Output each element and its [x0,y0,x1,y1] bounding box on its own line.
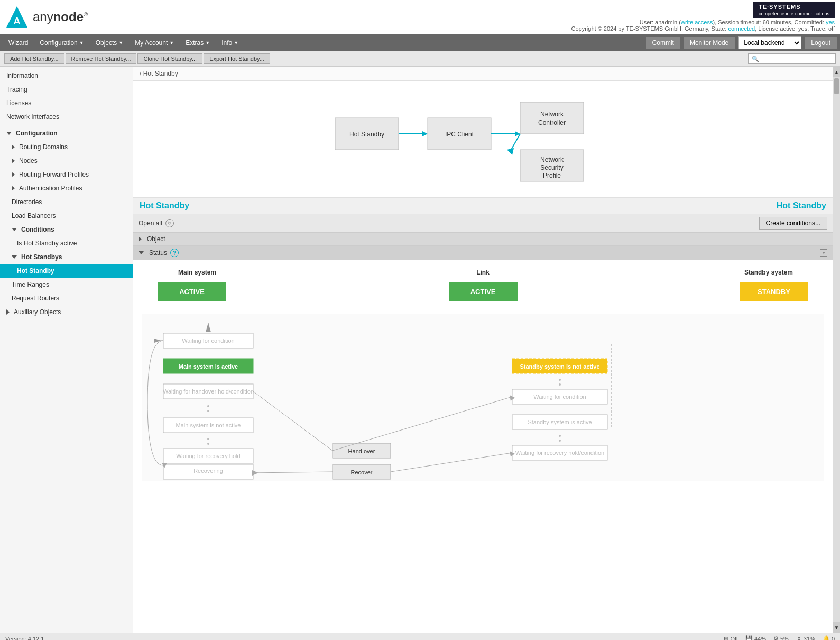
add-hot-standby-button[interactable]: Add Hot Standby... [4,53,64,64]
sidebar-item-request-routers[interactable]: Request Routers [0,291,133,305]
nav-my-account[interactable]: My Account ▼ [130,36,179,49]
svg-text:Recovering: Recovering [193,468,223,474]
scroll-thumb[interactable] [834,78,839,94]
svg-text:Hot Standby: Hot Standby [349,131,384,138]
sidebar-item-routing-domains[interactable]: Routing Domains [0,140,133,154]
sidebar-item-conditions[interactable]: Conditions [0,223,133,236]
nav-extras[interactable]: Extras ▼ [180,36,215,49]
state-link[interactable]: connected [728,25,755,32]
sidebar-item-tracing[interactable]: Tracing [0,83,133,96]
notifications-label: 0 [832,636,835,641]
refresh-icon[interactable]: ↻ [165,219,174,227]
object-row[interactable]: Object [133,233,833,246]
navbar-right: Commit Monitor Mode Local backend Logout [646,36,837,49]
top-header: A anynode® TE·SYSTEMScompetence in e-com… [0,0,840,34]
commit-button[interactable]: Commit [646,37,680,49]
svg-point-44 [559,379,561,381]
monitor-mode-button[interactable]: Monitor Mode [684,37,735,49]
export-hot-standby-button[interactable]: Export Hot Standby... [204,53,270,64]
svg-marker-5 [422,131,428,136]
svg-text:Waiting for recovery hold: Waiting for recovery hold [176,453,240,459]
sidebar-item-routing-forward-profiles[interactable]: Routing Forward Profiles [0,168,133,181]
status-info-icon[interactable]: ? [170,249,179,257]
svg-text:Standby system is active: Standby system is active [528,419,592,425]
nav-objects[interactable]: Objects ▼ [90,36,129,49]
monitor-status: 🖥 Off [723,636,737,641]
network-icon: 🖧 [796,636,802,641]
backend-select[interactable]: Local backend [738,36,801,49]
status-label: Status [149,249,167,257]
sidebar-item-time-ranges[interactable]: Time Ranges [0,278,133,291]
expand-object-icon [139,236,142,242]
logout-button[interactable]: Logout [805,37,837,49]
sidebar-item-auxiliary-objects[interactable]: Auxiliary Objects [0,305,133,319]
svg-text:Profile: Profile [542,172,560,179]
main-system-label: Main system [158,269,237,276]
svg-text:Controller: Controller [538,119,565,126]
network-label: 31% [804,636,815,641]
svg-text:Network: Network [540,156,564,163]
sidebar-item-licenses[interactable]: Licenses [0,96,133,110]
nav-configuration[interactable]: Configuration ▼ [34,36,89,49]
svg-text:Waiting for condition: Waiting for condition [182,337,234,344]
svg-line-55 [333,397,512,451]
clone-hot-standby-button[interactable]: Clone Hot Standby... [137,53,202,64]
sidebar-item-hot-standby[interactable]: Hot Standby [0,264,133,278]
navbar-left: Wizard Configuration ▼ Objects ▼ My Acco… [3,36,244,49]
svg-point-28 [207,410,209,412]
collapse-icon [12,172,15,177]
svg-text:Hand over: Hand over [348,448,375,454]
standby-system-label-col: Standby system [729,269,808,278]
notifications-status: 🔔 0 [823,635,835,640]
status-bar: Version: 4.12.1 🖥 Off 💾 44% ⚙ 5% 🖧 31% 🔔… [0,633,840,640]
collapse-icon[interactable]: ▾ [820,249,827,257]
link-connector: ACTIVE [226,282,740,301]
main-layout: Information Tracing Licenses Network Int… [0,67,840,633]
svg-text:Waiting for recovery hold/cond: Waiting for recovery hold/condition [515,450,604,456]
svg-marker-22 [206,323,211,332]
top-right-area: TE·SYSTEMScompetence in e-communications… [571,2,835,32]
status-row[interactable]: Status ? ▾ [133,246,833,260]
open-all-label: Open all [139,220,162,227]
svg-line-54 [253,391,333,451]
scroll-down-button[interactable]: ▼ [833,622,840,633]
sidebar-divider-1 [0,125,133,125]
remove-hot-standby-button[interactable]: Remove Hot Standby... [66,53,137,64]
sidebar-item-network-interfaces[interactable]: Network Interfaces [0,110,133,124]
scroll-up-button[interactable]: ▲ [833,67,840,77]
sidebar-item-information[interactable]: Information [0,69,133,83]
sidebar-item-authentication-profiles[interactable]: Authentication Profiles [0,181,133,195]
sidebar-item-hot-standbys[interactable]: Hot Standbys [0,250,133,264]
flow-diagram-svg: Hot Standby IPC Client Network Controlle… [330,92,636,187]
system-labels-row: Main system Link Standby system [142,269,824,278]
section-title-left: Hot Standby [140,201,189,211]
sidebar-item-is-hot-standby-active[interactable]: Is Hot Standby active [0,236,133,250]
link-label-col: Link [444,269,523,278]
svg-point-50 [559,435,561,437]
sidebar-item-configuration[interactable]: Configuration [0,126,133,140]
search-input[interactable] [748,53,836,64]
section-title-bar: Hot Standby Hot Standby [133,198,833,214]
svg-text:Main system is active: Main system is active [179,363,238,370]
scrollbar[interactable]: ▲ ▼ [833,67,840,633]
status-bar-right: 🖥 Off 💾 44% ⚙ 5% 🖧 31% 🔔 0 [723,635,835,640]
svg-point-45 [559,383,561,386]
link-label: Link [444,269,523,276]
object-label: Object [147,235,165,243]
state-flow-svg: Waiting for condition Main system is act… [153,323,613,471]
svg-text:Standby system is not active: Standby system is not active [520,363,600,370]
nav-info[interactable]: Info ▼ [216,36,244,49]
logo-text: anynode® [33,10,88,24]
create-conditions-button[interactable]: Create conditions... [759,217,827,230]
svg-line-59 [391,453,512,472]
svg-text:A: A [14,16,21,26]
write-access-link[interactable]: write access [681,19,713,25]
nav-wizard[interactable]: Wizard [3,36,33,49]
committed-link[interactable]: yes [826,19,835,25]
sidebar-item-directories[interactable]: Directories [0,195,133,209]
open-all-bar: Open all ↻ Create conditions... [133,214,833,233]
expand-status-icon [139,251,144,254]
memory-status: 💾 44% [745,635,766,640]
sidebar-item-nodes[interactable]: Nodes [0,154,133,168]
sidebar-item-load-balancers[interactable]: Load Balancers [0,209,133,223]
